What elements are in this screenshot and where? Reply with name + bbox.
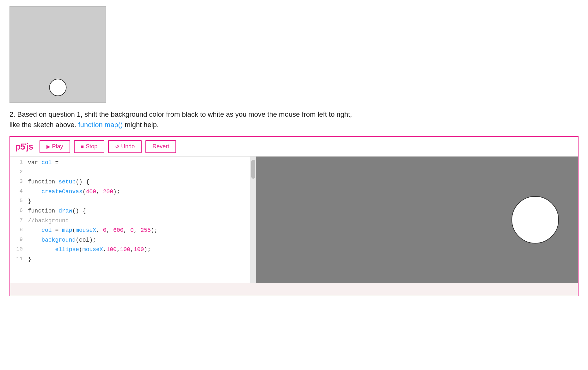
preview-area xyxy=(9,6,579,103)
stop-icon: ■ xyxy=(81,144,84,150)
editor-content: 1 var col = 2 3 function setup() { 4 cre… xyxy=(10,157,578,283)
code-line-5: 5 } xyxy=(10,196,250,206)
description-line2: like the sketch above. xyxy=(9,121,77,129)
editor-toolbar: p5*js ▶ Play ■ Stop ↺ Undo Revert xyxy=(10,137,578,157)
canvas-output-panel xyxy=(256,157,578,283)
description-line3: might help. xyxy=(125,121,159,129)
play-icon: ▶ xyxy=(46,144,50,150)
code-panel[interactable]: 1 var col = 2 3 function setup() { 4 cre… xyxy=(10,157,250,283)
code-line-7: 7 //background xyxy=(10,216,250,226)
revert-label: Revert xyxy=(152,143,169,150)
preview-circle xyxy=(49,79,66,96)
code-line-9: 9 background(col); xyxy=(10,235,250,245)
code-line-6: 6 function draw() { xyxy=(10,206,250,216)
revert-button[interactable]: Revert xyxy=(145,140,176,153)
description-text: 2. Based on question 1, shift the backgr… xyxy=(9,109,389,130)
main-container: 2. Based on question 1, shift the backgr… xyxy=(0,0,588,370)
code-line-11: 11 } xyxy=(10,255,250,264)
stop-label: Stop xyxy=(86,143,97,150)
console-area xyxy=(10,283,578,296)
undo-icon: ↺ xyxy=(115,144,119,150)
scrollbar-thumb[interactable] xyxy=(251,160,255,179)
code-line-3: 3 function setup() { xyxy=(10,177,250,187)
undo-button[interactable]: ↺ Undo xyxy=(108,140,142,153)
code-line-2: 2 xyxy=(10,168,250,177)
editor-container: p5*js ▶ Play ■ Stop ↺ Undo Revert xyxy=(9,136,579,296)
p5js-logo: p5*js xyxy=(15,142,33,152)
scrollbar-area[interactable] xyxy=(250,157,256,283)
canvas-output-circle xyxy=(511,196,559,244)
description-line1: 2. Based on question 1, shift the backgr… xyxy=(9,110,352,118)
stop-button[interactable]: ■ Stop xyxy=(74,140,105,153)
map-function-link[interactable]: function map() xyxy=(78,121,123,129)
code-lines: 1 var col = 2 3 function setup() { 4 cre… xyxy=(10,157,250,266)
code-line-10: 10 ellipse(mouseX,100,100,100); xyxy=(10,245,250,255)
undo-label: Undo xyxy=(121,143,135,150)
code-line-8: 8 col = map(mouseX, 0, 600, 0, 255); xyxy=(10,225,250,235)
code-line-1: 1 var col = xyxy=(10,158,250,168)
preview-canvas xyxy=(9,6,106,103)
play-button[interactable]: ▶ Play xyxy=(40,140,70,153)
code-line-4: 4 createCanvas(400, 200); xyxy=(10,187,250,197)
play-label: Play xyxy=(52,143,63,150)
